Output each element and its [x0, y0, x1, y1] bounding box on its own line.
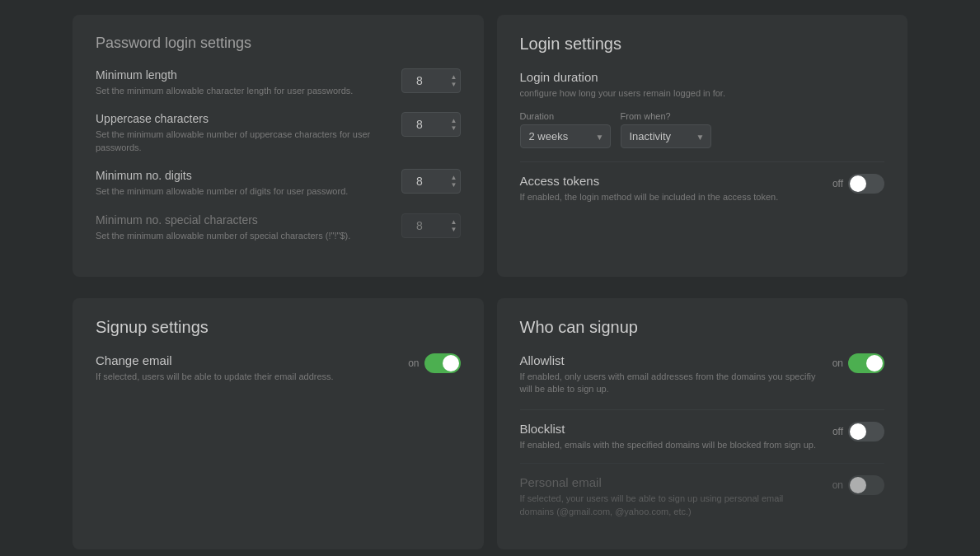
signup-settings-title: Signup settings [96, 318, 461, 337]
minimum-length-input-wrapper[interactable]: 8 ▲ ▼ [401, 68, 461, 93]
password-card-title: Password login settings [96, 35, 461, 52]
minimum-digits-stepper: ▲ ▼ [451, 175, 457, 189]
personal-email-row: Personal email If selected, your users w… [520, 463, 885, 530]
change-email-toggle[interactable] [424, 353, 461, 373]
allowlist-toggle-knob [866, 355, 883, 371]
allowlist-toggle-label: on [832, 357, 843, 369]
from-when-select[interactable]: Login Inactivity Never [621, 124, 711, 148]
personal-email-desc: If selected, your users will be able to … [520, 493, 819, 518]
minimum-special-row: Minimum no. special characters Set the m… [96, 213, 461, 242]
minimum-length-stepper: ▲ ▼ [451, 74, 457, 88]
uppercase-up-arrow[interactable]: ▲ [451, 118, 457, 124]
minimum-digits-label: Minimum no. digits [96, 169, 348, 182]
change-email-row: Change email If selected, users will be … [96, 353, 461, 395]
minimum-length-row: Minimum length Set the minimum allowable… [96, 68, 461, 97]
from-when-select-label: From when? [621, 111, 711, 121]
minimum-digits-row: Minimum no. digits Set the minimum allow… [96, 169, 461, 198]
blocklist-toggle-wrapper[interactable]: off [832, 422, 884, 442]
blocklist-toggle-knob [850, 423, 866, 440]
access-tokens-heading: Access tokens [520, 174, 819, 188]
personal-email-toggle-knob [850, 477, 866, 493]
allowlist-toggle-wrapper[interactable]: on [832, 353, 884, 373]
blocklist-heading: Blocklist [520, 422, 819, 436]
uppercase-chars-desc: Set the minimum allowable number of uppe… [96, 128, 376, 154]
minimum-special-stepper: ▲ ▼ [451, 218, 457, 232]
from-when-select-group: From when? Login Inactivity Never ▼ [621, 111, 711, 148]
minimum-length-desc: Set the minimum allowable character leng… [96, 85, 353, 97]
login-settings-title: Login settings [520, 35, 885, 54]
blocklist-toggle[interactable] [848, 422, 884, 442]
access-tokens-desc: If enabled, the login method will be inc… [520, 191, 819, 203]
duration-select-group: Duration 1 week 2 weeks 1 month 3 months… [520, 111, 611, 148]
minimum-length-label: Minimum length [96, 68, 353, 82]
access-tokens-toggle-wrapper[interactable]: off [832, 174, 884, 194]
personal-email-toggle[interactable] [848, 475, 884, 495]
login-duration-heading: Login duration [520, 70, 885, 84]
allowlist-heading: Allowlist [520, 353, 819, 367]
change-email-toggle-wrapper[interactable]: on [408, 353, 460, 373]
personal-email-toggle-wrapper[interactable]: on [832, 475, 884, 495]
uppercase-chars-label: Uppercase characters [96, 112, 376, 125]
login-duration-desc: configure how long your users remain log… [520, 87, 885, 100]
from-when-select-wrapper[interactable]: Login Inactivity Never ▼ [621, 124, 711, 148]
digits-down-arrow[interactable]: ▼ [451, 182, 457, 189]
blocklist-row: Blocklist If enabled, emails with the sp… [520, 409, 885, 463]
uppercase-chars-stepper: ▲ ▼ [451, 118, 457, 132]
allowlist-row: Allowlist If enabled, only users with em… [520, 353, 885, 396]
login-settings-card: Login settings Login duration configure … [497, 15, 908, 277]
uppercase-chars-input-wrapper[interactable]: 8 ▲ ▼ [401, 112, 461, 137]
change-email-heading: Change email [96, 353, 395, 367]
minimum-special-input-wrapper[interactable]: 8 ▲ ▼ [401, 213, 461, 238]
signup-settings-card: Signup settings Change email If selected… [73, 298, 484, 549]
duration-select-wrapper[interactable]: 1 week 2 weeks 1 month 3 months ▼ [520, 124, 611, 148]
access-tokens-info: Access tokens If enabled, the login meth… [520, 174, 819, 203]
access-tokens-toggle-knob [850, 175, 866, 192]
change-email-toggle-label: on [408, 357, 419, 369]
duration-select[interactable]: 1 week 2 weeks 1 month 3 months [520, 124, 611, 148]
login-duration-selects: Duration 1 week 2 weeks 1 month 3 months… [520, 111, 885, 148]
blocklist-info: Blocklist If enabled, emails with the sp… [520, 422, 819, 451]
uppercase-down-arrow[interactable]: ▼ [451, 125, 457, 132]
who-can-signup-card: Who can signup Allowlist If enabled, onl… [497, 298, 908, 549]
uppercase-chars-row: Uppercase characters Set the minimum all… [96, 112, 461, 154]
personal-email-info: Personal email If selected, your users w… [520, 475, 819, 518]
minimum-length-up-arrow[interactable]: ▲ [451, 74, 457, 81]
login-duration-section: Login duration configure how long your u… [520, 70, 885, 148]
special-down-arrow[interactable]: ▼ [451, 226, 457, 232]
minimum-length-down-arrow[interactable]: ▼ [451, 82, 457, 88]
minimum-special-desc: Set the minimum allowable number of spec… [96, 230, 350, 242]
duration-select-label: Duration [520, 111, 611, 121]
personal-email-heading: Personal email [520, 475, 819, 489]
who-can-signup-title: Who can signup [520, 318, 885, 337]
access-tokens-toggle[interactable] [848, 174, 884, 194]
minimum-special-label: Minimum no. special characters [96, 213, 350, 227]
special-up-arrow[interactable]: ▲ [451, 218, 457, 225]
allowlist-desc: If enabled, only users with email addres… [520, 371, 819, 396]
access-tokens-toggle-label: off [832, 178, 843, 189]
minimum-digits-desc: Set the minimum allowable number of digi… [96, 185, 348, 198]
digits-up-arrow[interactable]: ▲ [451, 175, 457, 181]
change-email-desc: If selected, users will be able to updat… [96, 371, 395, 383]
allowlist-info: Allowlist If enabled, only users with em… [520, 353, 819, 396]
allowlist-toggle[interactable] [848, 353, 884, 373]
access-tokens-section: Access tokens If enabled, the login meth… [520, 161, 885, 215]
minimum-digits-input-wrapper[interactable]: 8 ▲ ▼ [401, 169, 461, 194]
personal-email-toggle-label: on [832, 479, 843, 491]
blocklist-desc: If enabled, emails with the specified do… [520, 439, 819, 451]
blocklist-toggle-label: off [832, 426, 843, 437]
change-email-info: Change email If selected, users will be … [96, 353, 395, 383]
password-login-settings-card: Password login settings Minimum length S… [73, 15, 484, 277]
change-email-toggle-knob [443, 355, 459, 371]
